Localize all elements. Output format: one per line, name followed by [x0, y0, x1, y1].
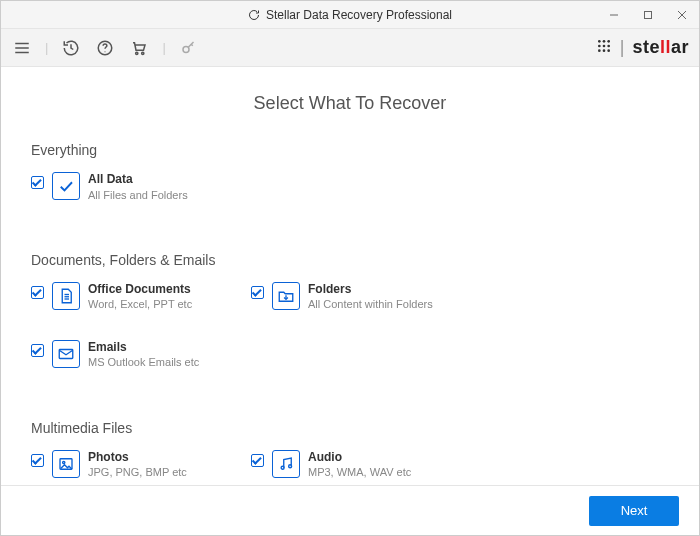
toolbar-separator: |	[45, 40, 48, 55]
titlebar: Stellar Data Recovery Professional	[1, 1, 699, 29]
item-text: Office Documents Word, Excel, PPT etc	[88, 282, 192, 312]
content-area: Select What To Recover Everything All Da…	[1, 67, 699, 485]
mail-icon	[52, 340, 80, 368]
maximize-button[interactable]	[631, 1, 665, 28]
close-button[interactable]	[665, 1, 699, 28]
window-title-text: Stellar Data Recovery Professional	[266, 8, 452, 22]
menu-icon[interactable]	[11, 37, 33, 59]
footer: Next	[1, 485, 699, 535]
apps-grid-icon[interactable]	[596, 38, 612, 57]
folder-download-icon	[272, 282, 300, 310]
checkbox-office-documents[interactable]	[31, 286, 44, 299]
section-title-everything: Everything	[31, 142, 669, 158]
item-text: Emails MS Outlook Emails etc	[88, 340, 199, 370]
brand: | stellar	[596, 37, 689, 58]
svg-point-17	[607, 45, 610, 48]
svg-point-16	[602, 45, 605, 48]
svg-point-9	[136, 52, 138, 54]
key-icon[interactable]	[178, 37, 200, 59]
item-office-documents[interactable]: Office Documents Word, Excel, PPT etc	[31, 278, 231, 316]
svg-point-11	[183, 46, 189, 52]
row-media: Photos JPG, PNG, BMP etc Audio MP3, WMA,…	[31, 446, 669, 485]
svg-point-18	[598, 49, 601, 52]
checkbox-audio[interactable]	[251, 454, 264, 467]
svg-point-13	[602, 40, 605, 43]
item-sub: All Content within Folders	[308, 297, 433, 311]
item-photos[interactable]: Photos JPG, PNG, BMP etc	[31, 446, 231, 484]
item-sub: MP3, WMA, WAV etc	[308, 465, 411, 479]
minimize-button[interactable]	[597, 1, 631, 28]
toolbar: | | | stellar	[1, 29, 699, 67]
brand-logo: stellar	[632, 37, 689, 58]
svg-point-19	[602, 49, 605, 52]
item-text: Folders All Content within Folders	[308, 282, 433, 312]
app-icon	[248, 9, 260, 21]
item-sub: MS Outlook Emails etc	[88, 355, 199, 369]
checkbox-folders[interactable]	[251, 286, 264, 299]
item-folders[interactable]: Folders All Content within Folders	[251, 278, 451, 316]
history-icon[interactable]	[60, 37, 82, 59]
item-sub: Word, Excel, PPT etc	[88, 297, 192, 311]
item-sub: JPG, PNG, BMP etc	[88, 465, 187, 479]
item-title: Folders	[308, 282, 433, 298]
item-audio[interactable]: Audio MP3, WMA, WAV etc	[251, 446, 451, 484]
svg-point-20	[607, 49, 610, 52]
help-icon[interactable]	[94, 37, 116, 59]
image-icon	[52, 450, 80, 478]
app-window: Stellar Data Recovery Professional | |	[0, 0, 700, 536]
checkbox-emails[interactable]	[31, 344, 44, 357]
svg-point-26	[63, 461, 65, 463]
next-button[interactable]: Next	[589, 496, 679, 526]
section-title-media: Multimedia Files	[31, 420, 669, 436]
item-emails[interactable]: Emails MS Outlook Emails etc	[31, 336, 231, 374]
svg-point-15	[598, 45, 601, 48]
svg-point-27	[281, 466, 284, 469]
section-title-docs: Documents, Folders & Emails	[31, 252, 669, 268]
cart-icon[interactable]	[128, 37, 150, 59]
brand-separator: |	[620, 37, 625, 58]
svg-rect-1	[645, 11, 652, 18]
svg-point-14	[607, 40, 610, 43]
item-text: Photos JPG, PNG, BMP etc	[88, 450, 187, 480]
checkbox-all-data[interactable]	[31, 176, 44, 189]
checkbox-photos[interactable]	[31, 454, 44, 467]
item-title: Emails	[88, 340, 199, 356]
item-title: All Data	[88, 172, 188, 188]
window-title: Stellar Data Recovery Professional	[248, 8, 452, 22]
page-title: Select What To Recover	[31, 93, 669, 114]
item-title: Audio	[308, 450, 411, 466]
row-everything: All Data All Files and Folders	[31, 168, 669, 206]
music-icon	[272, 450, 300, 478]
row-docs: Office Documents Word, Excel, PPT etc Fo…	[31, 278, 669, 374]
item-sub: All Files and Folders	[88, 188, 188, 202]
svg-point-10	[142, 52, 144, 54]
item-title: Office Documents	[88, 282, 192, 298]
svg-point-28	[289, 464, 292, 467]
svg-point-8	[105, 51, 106, 52]
item-title: Photos	[88, 450, 187, 466]
item-text: Audio MP3, WMA, WAV etc	[308, 450, 411, 480]
item-text: All Data All Files and Folders	[88, 172, 188, 202]
window-controls	[597, 1, 699, 28]
check-icon	[52, 172, 80, 200]
toolbar-separator: |	[162, 40, 165, 55]
item-all-data[interactable]: All Data All Files and Folders	[31, 168, 231, 206]
document-icon	[52, 282, 80, 310]
svg-point-12	[598, 40, 601, 43]
